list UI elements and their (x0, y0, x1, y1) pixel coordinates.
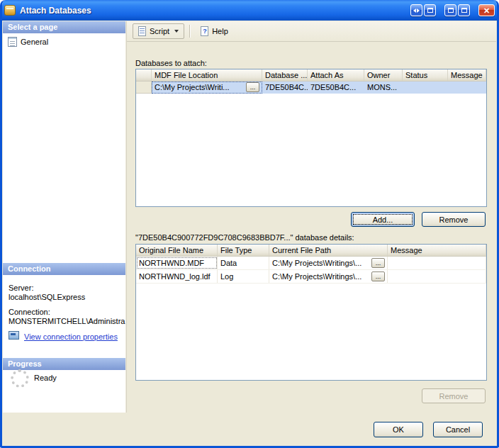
details-remove-button[interactable]: Remove (422, 388, 486, 403)
cell-original-file-name[interactable]: NORTHWND_log.ldf (136, 270, 218, 283)
column-header-message: Message (448, 69, 486, 81)
column-header-current-file-path: Current File Path (269, 245, 388, 256)
remove-button[interactable]: Remove (422, 212, 486, 227)
titlebar[interactable]: Attach Databases (0, 0, 499, 21)
view-connection-properties-link[interactable]: View connection properties (24, 332, 118, 341)
attach-databases-dialog: Attach Databases Select a page General C… (0, 0, 499, 448)
cell-file-type: Data (218, 257, 269, 269)
cell-text: C:\My Projects\Writings\... (272, 259, 361, 267)
column-header-status: Status (403, 69, 448, 81)
cell-message (448, 82, 486, 94)
browse-button[interactable]: ... (371, 258, 385, 268)
toolbar-separator (189, 25, 190, 38)
row-selector[interactable] (136, 82, 152, 94)
column-header-file-type: File Type (218, 245, 269, 256)
progress-status: Ready (34, 374, 57, 382)
column-header-attach-as: Attach As (308, 69, 364, 81)
dock-window-icon[interactable] (424, 4, 436, 16)
page-properties-icon (8, 37, 17, 47)
cancel-button[interactable]: Cancel (433, 422, 483, 437)
sidebar: Select a page General Connection Server:… (3, 21, 125, 413)
cell-status (403, 82, 448, 94)
cell-owner: MONS... (364, 82, 403, 94)
chevron-down-icon (174, 30, 179, 33)
column-header-owner: Owner (364, 69, 403, 81)
script-button[interactable]: Script (133, 23, 184, 39)
table-header-row: MDF File Location Database ... Attach As… (136, 69, 486, 82)
add-button[interactable]: Add... (351, 212, 415, 227)
float-window-icon[interactable] (410, 4, 422, 16)
browse-button[interactable]: ... (246, 82, 259, 92)
select-a-page-header: Select a page (3, 21, 125, 33)
sidebar-item-general[interactable]: General (8, 37, 48, 47)
column-header-message: Message (388, 245, 486, 256)
database-details-label: "7DE50B4C900772FD9C708C9683BBD7F..." dat… (135, 233, 354, 242)
help-button[interactable]: Help (195, 23, 234, 39)
cell-text: C:\My Projects\Writi... (155, 83, 230, 91)
cell-database: 7DE50B4C... (262, 82, 308, 94)
close-icon[interactable] (478, 4, 495, 16)
help-label: Help (212, 27, 228, 35)
column-header-mdf-file-location: MDF File Location (152, 69, 262, 81)
cell-text: C:\My Projects\Writings\... (272, 272, 361, 281)
cell-message (388, 257, 486, 269)
cell-original-file-name[interactable]: NORTHWND.MDF (136, 257, 218, 269)
table-row[interactable]: NORTHWND_log.ldf Log C:\My Projects\Writ… (136, 270, 486, 284)
table-header-row: Original File Name File Type Current Fil… (136, 245, 486, 257)
toolbar: Script Help (127, 21, 496, 42)
browse-button[interactable]: ... (371, 271, 385, 281)
maximize-icon[interactable] (458, 4, 470, 16)
column-header-original-file-name: Original File Name (136, 245, 218, 256)
help-icon (201, 26, 208, 36)
main-panel: Script Help Databases to attach: MDF Fil… (126, 21, 496, 413)
table-row[interactable]: C:\My Projects\Writi... ... 7DE50B4C... … (136, 82, 486, 94)
script-label: Script (150, 27, 169, 35)
server-label: Server: (9, 284, 33, 292)
attach-database-icon (4, 5, 16, 16)
minimize-icon[interactable] (444, 4, 456, 16)
cell-current-file-path[interactable]: C:\My Projects\Writings\... ... (269, 257, 388, 269)
databases-to-attach-label: Databases to attach: (135, 59, 207, 67)
cell-message (388, 270, 486, 283)
cell-file-type: Log (218, 270, 269, 283)
connection-header: Connection (3, 263, 125, 275)
ok-button[interactable]: OK (374, 422, 423, 437)
sidebar-item-label: General (21, 38, 48, 46)
column-header-selector (136, 69, 152, 81)
connection-value: MONSTERMITCHELL\Administra (9, 317, 125, 325)
cell-attach-as: 7DE50B4C... (308, 82, 364, 94)
column-header-database: Database ... (262, 69, 308, 81)
window-title: Attach Databases (20, 6, 410, 16)
connection-label: Connection: (9, 308, 50, 316)
table-row[interactable]: NORTHWND.MDF Data C:\My Projects\Writing… (136, 257, 486, 270)
progress-header: Progress (3, 358, 125, 370)
database-details-table[interactable]: Original File Name File Type Current Fil… (135, 244, 487, 381)
connection-properties-icon (9, 331, 19, 340)
databases-to-attach-table[interactable]: MDF File Location Database ... Attach As… (135, 69, 487, 207)
progress-spinner-icon (11, 369, 29, 388)
script-icon (138, 26, 146, 36)
window-controls (410, 4, 495, 16)
cell-mdf-file-location[interactable]: C:\My Projects\Writi... ... (152, 82, 262, 94)
server-value: localhost\SQLExpress (9, 293, 85, 301)
cell-current-file-path[interactable]: C:\My Projects\Writings\... ... (269, 270, 388, 283)
